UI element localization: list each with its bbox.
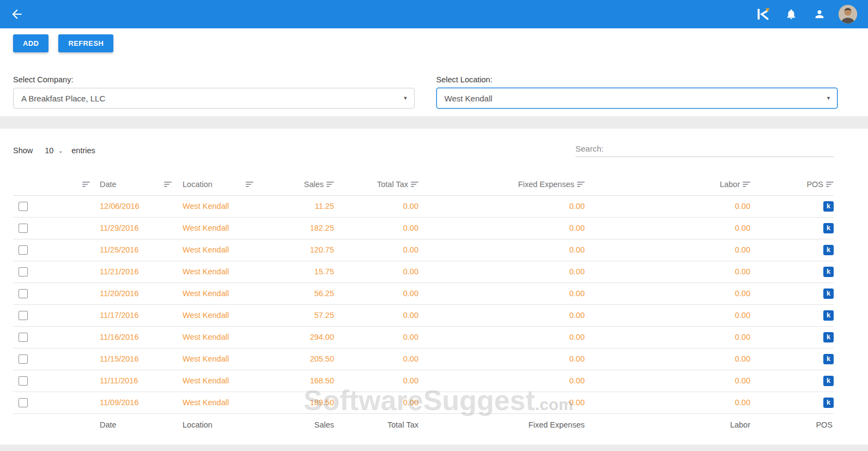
column-header-sales[interactable]: Sales — [257, 173, 338, 195]
row-fixed-expenses: 0.00 — [423, 304, 589, 326]
sales-table: Date Location Sales Total Tax Fixed Expe… — [13, 173, 834, 436]
row-pos-cell: k — [755, 370, 834, 392]
page-size-select[interactable]: 10 — [43, 145, 64, 156]
sales-table-card: Show 10 ⌄ entries Search: — [0, 129, 868, 444]
row-select-cell — [13, 261, 92, 282]
brand-logo-icon — [754, 5, 772, 23]
row-checkbox[interactable] — [19, 333, 28, 342]
search-input[interactable] — [608, 144, 834, 153]
table-row: 11/16/2016 West Kendall 294.00 0.00 0.00… — [13, 326, 834, 348]
row-location: West Kendall — [175, 261, 257, 282]
search-label: Search: — [575, 144, 604, 153]
row-labor: 0.00 — [589, 370, 755, 392]
row-date: 11/17/2016 — [92, 304, 175, 326]
back-arrow-icon[interactable] — [8, 5, 26, 23]
table-row: 12/06/2016 West Kendall 11.25 0.00 0.00 … — [13, 195, 834, 217]
footer-spacer — [13, 413, 92, 436]
pos-icon[interactable]: k — [823, 245, 834, 255]
avatar[interactable] — [839, 5, 857, 23]
table-row: 11/29/2016 West Kendall 182.25 0.00 0.00… — [13, 217, 834, 239]
row-date: 11/11/2016 — [92, 370, 175, 392]
user-person-icon[interactable] — [810, 5, 829, 23]
column-header-location[interactable]: Location — [175, 173, 257, 195]
row-checkbox[interactable] — [19, 202, 28, 211]
row-checkbox[interactable] — [19, 376, 28, 386]
row-fixed-expenses: 0.00 — [423, 370, 589, 392]
column-header-select[interactable] — [13, 173, 92, 195]
row-sales: 11.25 — [257, 195, 338, 217]
app-bar — [0, 0, 868, 28]
pos-icon[interactable]: k — [823, 201, 834, 212]
sort-icon — [743, 182, 750, 187]
row-pos-cell: k — [755, 195, 834, 217]
row-checkbox[interactable] — [19, 311, 28, 320]
row-checkbox[interactable] — [19, 245, 28, 255]
footer-labor: Labor — [589, 413, 755, 436]
pos-icon[interactable]: k — [823, 223, 834, 233]
row-checkbox[interactable] — [19, 224, 28, 233]
row-pos-cell: k — [755, 239, 834, 261]
table-row: 11/09/2016 West Kendall 189.50 0.00 0.00… — [13, 392, 834, 413]
column-header-labor[interactable]: Labor — [589, 173, 755, 195]
pos-icon[interactable]: k — [823, 267, 834, 277]
row-sales: 15.75 — [257, 261, 338, 282]
row-pos-cell: k — [755, 348, 834, 370]
pos-icon[interactable]: k — [823, 310, 834, 321]
row-checkbox[interactable] — [19, 289, 28, 298]
row-labor: 0.00 — [589, 304, 755, 326]
row-pos-cell: k — [755, 282, 834, 304]
company-label: Select Company: — [13, 75, 415, 84]
row-select-cell — [13, 282, 92, 304]
column-header-total-tax[interactable]: Total Tax — [338, 173, 423, 195]
refresh-button[interactable]: REFRESH — [58, 34, 113, 52]
row-select-cell — [13, 195, 92, 217]
location-filter: Select Location: West Kendall ▼ — [436, 75, 838, 109]
row-checkbox[interactable] — [19, 354, 28, 364]
sort-icon — [577, 182, 585, 187]
pos-icon[interactable]: k — [823, 354, 834, 364]
row-total-tax: 0.00 — [338, 392, 423, 413]
table-body: 12/06/2016 West Kendall 11.25 0.00 0.00 … — [13, 195, 834, 413]
row-fixed-expenses: 0.00 — [423, 217, 589, 239]
row-checkbox[interactable] — [19, 267, 28, 276]
row-checkbox[interactable] — [19, 398, 28, 407]
pos-icon[interactable]: k — [823, 398, 834, 408]
company-select[interactable]: A Breakfast Place, LLC — [13, 88, 415, 109]
filters-panel: ADD REFRESH Select Company: A Breakfast … — [0, 28, 868, 116]
column-header-fixed-expenses[interactable]: Fixed Expenses — [423, 173, 589, 195]
row-select-cell — [13, 239, 92, 261]
row-fixed-expenses: 0.00 — [423, 326, 589, 348]
row-location: West Kendall — [175, 348, 257, 370]
row-labor: 0.00 — [589, 217, 755, 239]
table-row: 11/25/2016 West Kendall 120.75 0.00 0.00… — [13, 239, 834, 261]
notifications-bell-icon[interactable] — [782, 5, 800, 23]
table-header-row: Date Location Sales Total Tax Fixed Expe… — [13, 173, 834, 195]
sort-icon — [82, 182, 90, 187]
row-location: West Kendall — [175, 370, 257, 392]
sort-icon — [164, 182, 172, 187]
row-fixed-expenses: 0.00 — [423, 348, 589, 370]
row-sales: 168.50 — [257, 370, 338, 392]
footer-pos: POS — [755, 413, 834, 436]
row-labor: 0.00 — [589, 261, 755, 282]
row-date: 11/16/2016 — [92, 326, 175, 348]
row-select-cell — [13, 348, 92, 370]
row-location: West Kendall — [175, 304, 257, 326]
sort-icon — [246, 182, 253, 187]
footer-location: Location — [175, 413, 257, 436]
pos-icon[interactable]: k — [823, 288, 834, 299]
show-label: Show — [13, 146, 33, 155]
row-date: 11/29/2016 — [92, 217, 175, 239]
row-location: West Kendall — [175, 195, 257, 217]
row-fixed-expenses: 0.00 — [423, 392, 589, 413]
footer-total-tax: Total Tax — [338, 413, 423, 436]
row-labor: 0.00 — [589, 282, 755, 304]
location-select[interactable]: West Kendall — [436, 88, 838, 109]
column-header-pos[interactable]: POS — [755, 173, 834, 195]
column-header-date[interactable]: Date — [92, 173, 175, 195]
row-total-tax: 0.00 — [338, 195, 423, 217]
add-button[interactable]: ADD — [13, 34, 48, 52]
pos-icon[interactable]: k — [823, 332, 834, 342]
pos-icon[interactable]: k — [823, 376, 834, 386]
row-labor: 0.00 — [589, 326, 755, 348]
